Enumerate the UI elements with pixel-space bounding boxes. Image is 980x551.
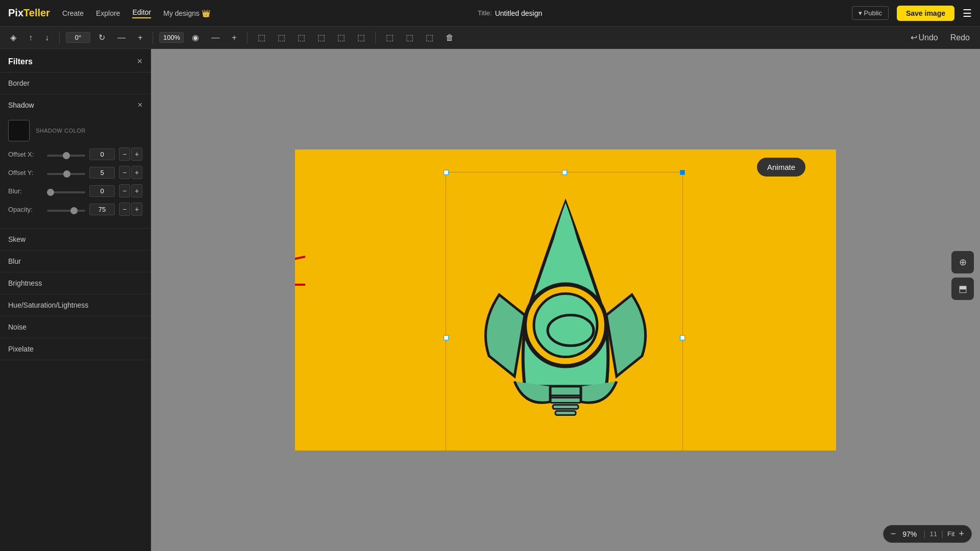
opacity-row: Opacity: − + <box>8 203 142 216</box>
offset-x-input[interactable] <box>89 148 115 160</box>
align-left-btn[interactable]: ⬚ <box>254 31 270 44</box>
align-middle-btn[interactable]: ⬚ <box>333 31 349 44</box>
redo-label: Redo <box>950 33 970 42</box>
canvas-wrapper: Animate <box>295 149 836 450</box>
public-button[interactable]: ▾ Public <box>852 6 889 20</box>
export-btn[interactable]: ⬒ <box>951 278 974 300</box>
opacity-slider-container <box>47 205 85 214</box>
logo: PixTeller <box>8 7 50 19</box>
panel-title: Filters <box>8 57 33 66</box>
offset-x-slider[interactable] <box>47 155 85 157</box>
shadow-section: Shadow × SHADOW COLOR Offset X: − + <box>0 94 151 229</box>
top-nav: PixTeller Create Explore Editor My desig… <box>0 0 980 27</box>
align-center-h-btn[interactable]: ⬚ <box>274 31 289 44</box>
nav-explore[interactable]: Explore <box>96 9 120 17</box>
layer-count: 11 <box>929 530 937 538</box>
rotate-minus-btn[interactable]: — <box>113 31 130 44</box>
shadow-header[interactable]: Shadow × <box>0 94 151 116</box>
add-icon: ⊕ <box>959 257 967 268</box>
blur-input[interactable] <box>89 185 115 197</box>
opacity-slider[interactable] <box>47 210 85 212</box>
title-label: Title: <box>478 9 492 17</box>
rocket-element[interactable] <box>448 162 683 428</box>
blur-slider-container <box>47 186 85 195</box>
zoom-minus-btn[interactable]: — <box>207 31 224 44</box>
add-to-canvas-btn[interactable]: ⊕ <box>951 251 974 273</box>
nav-editor[interactable]: Editor <box>132 8 151 18</box>
nav-my-designs[interactable]: My designs 👑 <box>163 9 210 17</box>
blur-steppers: − + <box>119 184 142 197</box>
panel-close-button[interactable]: × <box>137 56 142 67</box>
shadow-content: SHADOW COLOR Offset X: − + Offset Y: <box>0 116 151 228</box>
offset-y-dec[interactable]: − <box>119 166 130 179</box>
zoom-bar: − 97% | 11 | Fit + <box>883 525 972 543</box>
title-input[interactable] <box>495 9 584 17</box>
zoom-in-btn[interactable]: + <box>959 529 964 539</box>
save-button[interactable]: Save image <box>897 6 954 21</box>
toolbar: ◈ ↑ ↓ ↻ — + ◉ — + ⬚ ⬚ ⬚ ⬚ ⬚ ⬚ ⬚ ⬚ ⬚ 🗑 ↩ … <box>0 27 980 49</box>
align-bottom-btn[interactable]: ⬚ <box>353 31 369 44</box>
offset-y-inc[interactable]: + <box>131 166 142 179</box>
nav-right: ▾ Public Save image ☰ <box>852 6 972 21</box>
duplicate-btn[interactable]: ⬚ <box>422 31 437 44</box>
canvas[interactable]: Animate <box>295 149 836 450</box>
delete-btn[interactable]: 🗑 <box>442 31 458 44</box>
move-down-btn[interactable]: ↓ <box>41 31 53 44</box>
hamburger-button[interactable]: ☰ <box>963 7 972 19</box>
offset-x-slider-container <box>47 149 85 159</box>
logo-teller: Teller <box>23 7 50 18</box>
brightness-section[interactable]: Brightness <box>0 272 151 294</box>
offset-y-slider[interactable] <box>47 173 85 175</box>
down-icon: ↓ <box>45 33 49 42</box>
blur-inc[interactable]: + <box>131 184 142 197</box>
up-icon: ↑ <box>29 33 33 42</box>
svg-point-1 <box>534 294 597 357</box>
hue-section[interactable]: Hue/Saturation/Lightness <box>0 294 151 316</box>
undo-btn[interactable]: ↩ Undo <box>906 31 942 44</box>
offset-x-dec[interactable]: − <box>119 147 130 161</box>
border-section[interactable]: Border <box>0 72 151 94</box>
skew-section[interactable]: Skew <box>0 229 151 251</box>
noise-section[interactable]: Noise <box>0 316 151 338</box>
fill-btn[interactable]: ◉ <box>188 31 203 44</box>
align-right-btn[interactable]: ⬚ <box>293 31 309 44</box>
flip-v-btn[interactable]: ⬚ <box>402 31 418 44</box>
opacity-input[interactable] <box>89 204 115 215</box>
offset-x-label: Offset X: <box>8 151 43 158</box>
shadow-close-btn[interactable]: × <box>138 101 142 110</box>
sep2 <box>153 32 153 44</box>
panel-header: Filters × <box>0 49 151 72</box>
svg-rect-6 <box>555 411 576 415</box>
zoom-input[interactable] <box>159 32 184 43</box>
rotation-input[interactable] <box>66 32 90 43</box>
blur-slider[interactable] <box>47 191 85 193</box>
blur-dec[interactable]: − <box>119 184 130 197</box>
refresh-btn[interactable]: ↻ <box>94 31 109 44</box>
shadow-color-swatch[interactable] <box>8 120 30 141</box>
export-icon: ⬒ <box>959 283 967 294</box>
undo-icon: ↩ <box>911 33 917 42</box>
sep4 <box>375 32 376 44</box>
pixelate-section[interactable]: Pixelate <box>0 338 151 360</box>
zoom-fit[interactable]: Fit <box>947 530 954 538</box>
shadow-label: Shadow <box>8 101 34 109</box>
offset-x-inc[interactable]: + <box>131 147 142 161</box>
layer-icon-btn[interactable]: ◈ <box>6 31 20 44</box>
blur-section[interactable]: Blur <box>0 251 151 272</box>
zoom-plus-btn[interactable]: + <box>228 31 240 44</box>
nav-create[interactable]: Create <box>62 9 84 17</box>
shadow-color-label: SHADOW COLOR <box>36 128 86 134</box>
opacity-inc[interactable]: + <box>131 203 142 216</box>
align-top-btn[interactable]: ⬚ <box>313 31 329 44</box>
sep3 <box>247 32 248 44</box>
flip-h-btn[interactable]: ⬚ <box>382 31 398 44</box>
zoom-out-btn[interactable]: − <box>891 529 896 539</box>
rotate-plus-btn[interactable]: + <box>134 31 146 44</box>
zoom-sep2: | <box>941 530 943 539</box>
opacity-dec[interactable]: − <box>119 203 130 216</box>
move-up-btn[interactable]: ↑ <box>24 31 37 44</box>
sep1 <box>59 32 60 44</box>
animate-button[interactable]: Animate <box>757 158 805 177</box>
offset-y-input[interactable] <box>89 167 115 179</box>
redo-btn[interactable]: Redo <box>946 31 974 44</box>
